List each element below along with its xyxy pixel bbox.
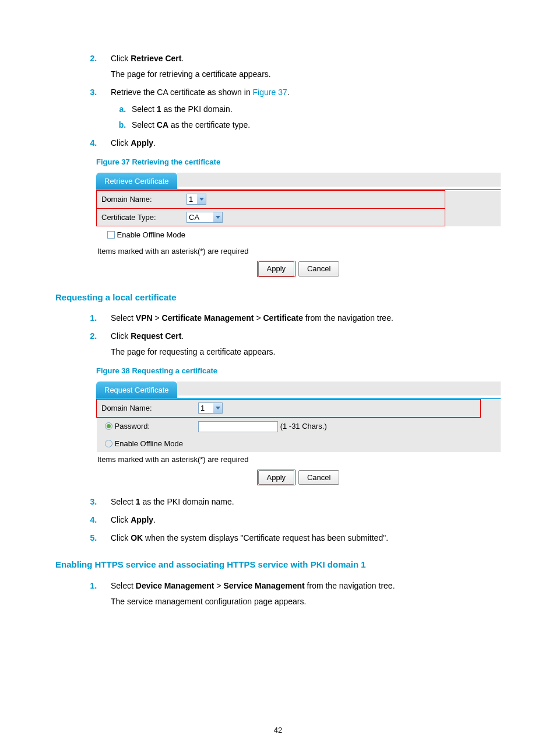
figure-37-buttons: Apply Cancel [96,261,501,277]
password-label: Password: [115,422,150,430]
cancel-button[interactable]: Cancel [298,261,339,276]
required-note: Items marked with an asterisk(*) are req… [96,244,501,259]
https-steps-list: Select Device Management > Service Manag… [55,580,501,608]
cert-type-label: Certificate Type: [97,208,182,226]
chevron-down-icon [197,194,206,204]
step-3: Retrieve the CA certificate as shown in … [99,86,501,131]
after-step-4: Click Apply. [99,514,501,526]
chevron-down-icon [213,212,222,222]
figure-37-caption: Figure 37 Retrieving the certificate [96,156,501,168]
request-certificate-tab[interactable]: Request Certificate [96,382,177,398]
figure-38: Request Certificate Domain Name: 1 Passw… [96,382,501,486]
enable-offline-checkbox[interactable] [107,231,115,239]
required-note: Items marked with an asterisk(*) are req… [96,452,501,467]
request-step-1: Select VPN > Certificate Management > Ce… [99,312,501,324]
step-3a: Select 1 as the PKI domain. [128,103,501,116]
step-3b: Select CA as the certificate type. [128,119,501,131]
after-fig38-steps: Select 1 as the PKI domain name. Click A… [55,496,501,544]
cancel-button[interactable]: Cancel [298,470,339,485]
after-step-5: Click OK when the system displays "Certi… [99,532,501,544]
step-4: Click Apply. [99,137,501,149]
password-hint: (1 -31 Chars.) [280,422,327,430]
retrieve-certificate-tab[interactable]: Retrieve Certificate [96,173,177,190]
request-step-2-sub: The page for requesting a certificate ap… [111,346,501,358]
svg-marker-1 [216,216,220,219]
svg-marker-0 [199,198,204,201]
figure-38-caption: Figure 38 Requesting a certificate [96,365,501,377]
figure-37-link[interactable]: Figure 37 [253,88,287,97]
figure-37-tabbar: Retrieve Certificate [96,173,501,191]
password-input[interactable] [198,421,278,432]
domain-name-select[interactable]: 1 [198,402,223,414]
step-3-substeps: Select 1 as the PKI domain. Select CA as… [111,103,501,131]
heading-requesting-local-cert: Requesting a local certificate [55,291,501,304]
svg-marker-2 [216,407,220,410]
https-step-1: Select Device Management > Service Manag… [99,580,501,608]
figure-37: Retrieve Certificate Domain Name: 1 Cert… [96,173,501,277]
step-2: Click Retrieve Cert. The page for retrie… [99,52,501,80]
page-number: 42 [55,724,501,736]
request-steps-list: Select VPN > Certificate Management > Ce… [55,312,501,358]
domain-name-label: Domain Name: [97,191,182,209]
domain-name-select[interactable]: 1 [186,194,206,205]
domain-name-label: Domain Name: [97,400,194,418]
password-radio[interactable] [105,422,112,430]
enable-offline-label: Enable Offline Mode [115,439,184,448]
figure-38-form: Domain Name: 1 Password: (1 -31 Chars.) … [96,399,501,452]
steps-list-1: Click Retrieve Cert. The page for retrie… [55,52,501,149]
cert-type-select[interactable]: CA [186,212,223,223]
figure-37-form: Domain Name: 1 Certificate Type: CA Ena [96,190,501,244]
enable-offline-radio[interactable] [105,440,112,447]
chevron-down-icon [213,403,222,413]
figure-38-tabbar: Request Certificate [96,382,501,400]
figure-38-buttons: Apply Cancel [96,470,501,486]
apply-button[interactable]: Apply [258,470,295,485]
https-step-1-sub: The service management configuration pag… [111,596,501,608]
after-step-3: Select 1 as the PKI domain name. [99,496,501,508]
enable-offline-label: Enable Offline Mode [117,230,186,239]
request-step-2: Click Request Cert. The page for request… [99,330,501,358]
heading-enabling-https: Enabling HTTPS service and associating H… [55,558,501,572]
apply-button[interactable]: Apply [258,261,295,276]
step-2-sub: The page for retrieving a certificate ap… [111,68,501,80]
